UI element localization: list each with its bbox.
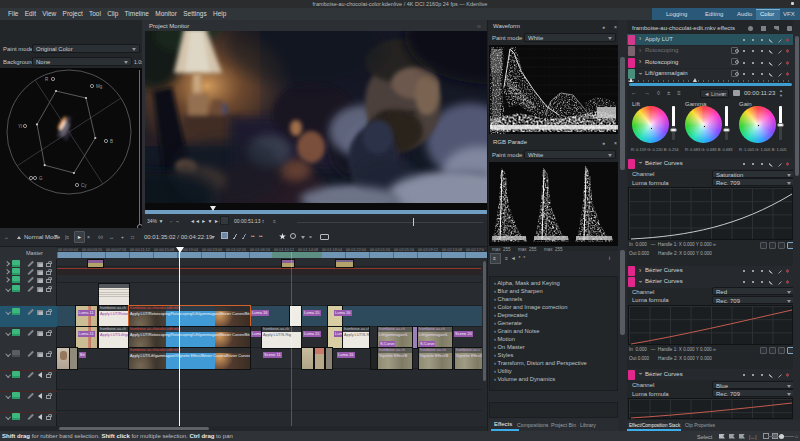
svg-text:Yl: Yl — [18, 124, 22, 129]
svg-text:Cy: Cy — [81, 183, 87, 188]
svg-text:B: B — [110, 139, 113, 144]
svg-text:R: R — [45, 77, 49, 82]
svg-text:Mg: Mg — [96, 84, 103, 89]
svg-text:G: G — [39, 176, 43, 181]
